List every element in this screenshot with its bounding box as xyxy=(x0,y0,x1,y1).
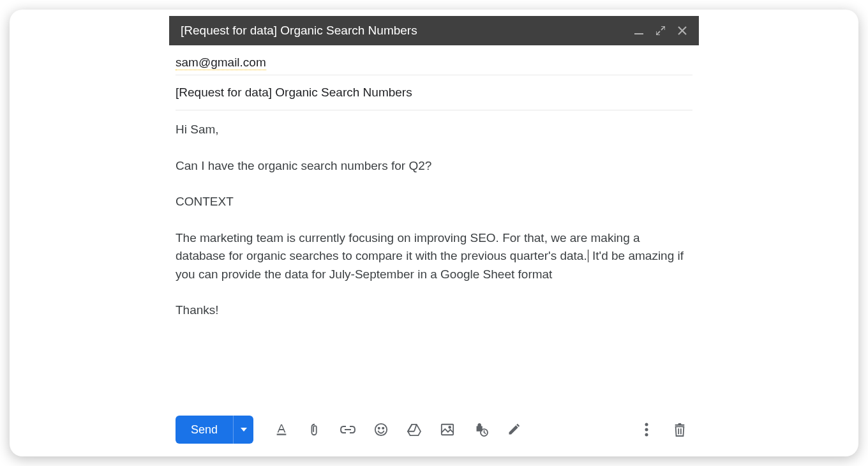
attach-icon[interactable] xyxy=(302,417,327,442)
message-body[interactable]: Hi Sam, Can I have the organic search nu… xyxy=(176,110,692,408)
svg-rect-1 xyxy=(277,433,287,435)
compose-title: [Request for data] Organic Search Number… xyxy=(181,24,634,38)
expand-icon[interactable] xyxy=(655,26,666,36)
body-paragraph: The marketing team is currently focusing… xyxy=(176,229,692,284)
formatting-icon[interactable] xyxy=(269,417,294,442)
link-icon[interactable] xyxy=(335,417,361,442)
close-icon[interactable] xyxy=(677,26,687,36)
drive-icon[interactable] xyxy=(401,417,427,442)
svg-point-10 xyxy=(645,428,648,432)
compose-toolbar: Send xyxy=(10,408,858,456)
trash-icon[interactable] xyxy=(667,417,692,442)
confidential-icon[interactable] xyxy=(468,417,493,442)
compose-window: [Request for data] Organic Search Number… xyxy=(10,10,858,456)
svg-point-7 xyxy=(449,426,451,428)
body-closing: Thanks! xyxy=(176,301,692,320)
compose-header: [Request for data] Organic Search Number… xyxy=(169,16,699,45)
body-context-header: CONTEXT xyxy=(176,193,692,211)
minimize-icon[interactable] xyxy=(634,26,644,36)
send-options-button[interactable] xyxy=(233,416,253,444)
svg-point-4 xyxy=(378,428,380,429)
image-icon[interactable] xyxy=(435,417,460,442)
svg-point-5 xyxy=(382,428,384,429)
svg-point-3 xyxy=(375,424,387,435)
subject-field[interactable]: [Request for data] Organic Search Number… xyxy=(176,75,692,110)
svg-point-9 xyxy=(645,423,648,426)
pen-icon[interactable] xyxy=(501,417,527,442)
svg-rect-6 xyxy=(442,425,453,435)
text-cursor xyxy=(588,250,588,262)
send-button[interactable]: Send xyxy=(176,416,233,444)
body-greeting: Hi Sam, xyxy=(176,121,692,139)
body-line: Can I have the organic search numbers fo… xyxy=(176,157,692,176)
recipient-chip[interactable]: sam@gmail.com xyxy=(176,56,266,70)
svg-rect-0 xyxy=(634,33,643,34)
emoji-icon[interactable] xyxy=(368,417,394,442)
more-icon[interactable] xyxy=(634,417,659,442)
recipients-field[interactable]: sam@gmail.com xyxy=(176,45,692,75)
svg-point-11 xyxy=(645,433,648,437)
